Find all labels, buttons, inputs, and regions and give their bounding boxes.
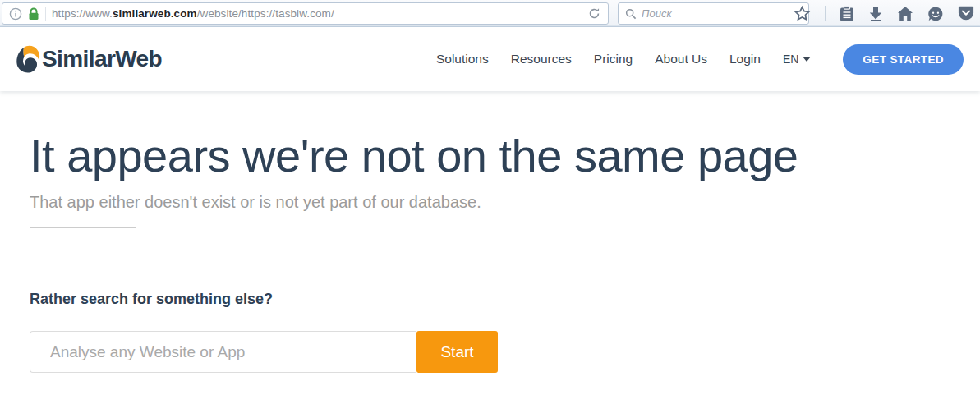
analyse-input[interactable] — [30, 331, 416, 373]
clipboard-icon[interactable] — [840, 6, 854, 22]
url-domain: similarweb.com — [113, 7, 197, 20]
main-nav: Solutions Resources Pricing About Us Log… — [436, 44, 964, 75]
chevron-down-icon — [803, 57, 811, 62]
start-button[interactable]: Start — [416, 331, 498, 373]
url-path: /website/https://tasbiw.com/ — [197, 7, 334, 20]
reload-wrap — [576, 7, 608, 21]
nav-login[interactable]: Login — [729, 52, 761, 67]
analyse-search-form: Start — [30, 331, 498, 373]
toolbar-icons — [794, 0, 974, 27]
divider — [45, 7, 46, 21]
divider — [30, 227, 136, 228]
home-icon[interactable] — [897, 6, 913, 21]
get-started-button[interactable]: GET STARTED — [843, 44, 964, 75]
nav-solutions[interactable]: Solutions — [436, 52, 489, 67]
page: https://www.similarweb.com/website/https… — [0, 0, 980, 413]
lock-icon[interactable] — [28, 7, 39, 21]
similarweb-logo-icon — [15, 45, 40, 74]
similarweb-logo[interactable]: SimilarWeb — [15, 45, 162, 74]
browser-toolbar: https://www.similarweb.com/website/https… — [0, 0, 980, 27]
nav-about-us[interactable]: About Us — [655, 52, 707, 67]
download-icon[interactable] — [868, 6, 883, 21]
browser-search-box[interactable] — [618, 2, 809, 25]
url-text: https://www.similarweb.com/website/https… — [52, 7, 334, 20]
language-selector[interactable]: EN — [783, 53, 811, 66]
star-icon[interactable] — [794, 5, 811, 22]
page-subtitle: That app either doesn't exist or is not … — [30, 193, 955, 212]
search-icon — [625, 8, 637, 20]
reload-icon[interactable] — [588, 7, 600, 20]
chat-smiley-icon[interactable] — [927, 6, 944, 22]
site-header: SimilarWeb Solutions Resources Pricing A… — [0, 27, 980, 91]
divider — [825, 6, 826, 21]
url-protocol: https://www. — [52, 7, 113, 20]
nav-pricing[interactable]: Pricing — [594, 52, 633, 67]
pocket-icon[interactable] — [958, 6, 974, 21]
divider — [582, 7, 582, 21]
nav-resources[interactable]: Resources — [511, 52, 572, 67]
info-icon[interactable] — [9, 7, 22, 21]
address-bar[interactable]: https://www.similarweb.com/website/https… — [2, 2, 609, 25]
main-content: It appears we're not on the same page Th… — [30, 91, 955, 373]
language-label: EN — [783, 53, 798, 66]
search-prompt: Rather search for something else? — [30, 291, 955, 308]
browser-search-input[interactable] — [642, 7, 808, 20]
page-title: It appears we're not on the same page — [30, 129, 955, 182]
logo-text: SimilarWeb — [42, 46, 162, 72]
